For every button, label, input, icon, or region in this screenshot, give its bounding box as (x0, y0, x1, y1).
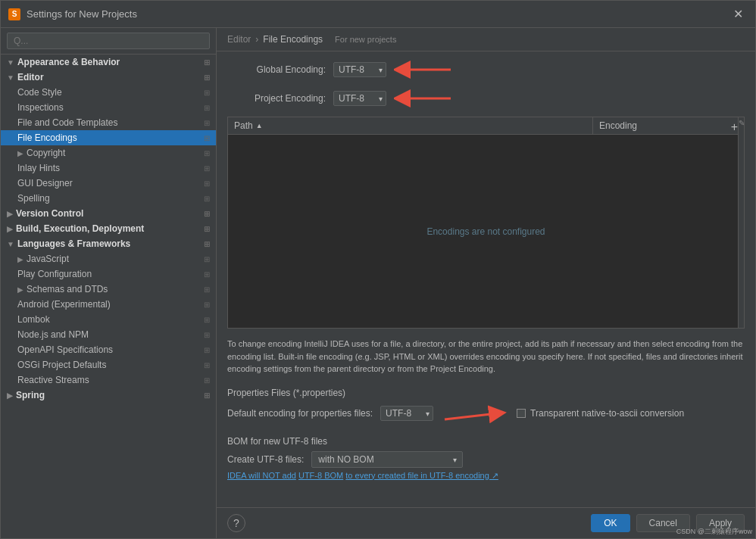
sidebar-item-label: Inspections (17, 102, 64, 113)
sync-icon: ⊞ (204, 210, 210, 218)
sidebar-item-inlay-hints[interactable]: Inlay Hints ⊞ (1, 160, 216, 176)
sidebar-item-label: GUI Designer (17, 178, 73, 188)
sync-icon: ⊞ (204, 149, 210, 157)
ok-button[interactable]: OK (591, 514, 629, 532)
sort-icon: ▲ (256, 122, 263, 129)
sidebar-item-label: Spelling (17, 193, 50, 204)
transparent-checkbox[interactable] (517, 409, 526, 418)
info-text: To change encoding IntelliJ IDEA uses fo… (227, 335, 745, 379)
sidebar-item-javascript[interactable]: ▶ JavaScript ⊞ (1, 251, 216, 266)
sidebar-item-gui-designer[interactable]: GUI Designer ⊞ (1, 176, 216, 191)
sync-icon: ⊞ (204, 361, 210, 369)
sync-icon: ⊞ (204, 164, 210, 173)
sync-icon: ⊞ (204, 89, 210, 97)
sidebar-item-reactive-streams[interactable]: Reactive Streams ⊞ (1, 372, 216, 388)
default-encoding-row: Default encoding for properties files: U… (227, 403, 745, 424)
default-encoding-label: Default encoding for properties files: (227, 408, 373, 419)
sync-icon: ⊞ (204, 179, 210, 188)
encodings-table: Path ▲ Encoding + Encodings are not conf… (227, 117, 745, 329)
main-content: ▼ Appearance & Behavior ⊞ ▼ Editor ⊞ Cod… (1, 28, 755, 538)
properties-section-title: Properties Files (*.properties) (227, 388, 745, 398)
global-encoding-select[interactable]: UTF-8 (333, 62, 386, 77)
sidebar-item-schemas-dtds[interactable]: ▶ Schemas and DTDs ⊞ (1, 282, 216, 297)
sidebar-item-label: Editor (17, 72, 44, 83)
help-button[interactable]: ? (227, 514, 245, 532)
sidebar-item-version-control[interactable]: ▶ Version Control ⊞ (1, 206, 216, 221)
chevron-icon: ▼ (7, 73, 14, 82)
sync-icon: ⊞ (204, 301, 210, 309)
default-encoding-select[interactable]: UTF-8 (380, 406, 433, 421)
sidebar-item-label: File Encodings (17, 132, 77, 143)
sidebar-item-appearance[interactable]: ▼ Appearance & Behavior ⊞ (1, 55, 216, 70)
sidebar-item-file-encodings[interactable]: File Encodings ⊞ (1, 130, 216, 145)
bom-create-row: Create UTF-8 files: with NO BOM with BOM (227, 451, 745, 468)
title-bar: S Settings for New Projects ✕ (1, 1, 755, 28)
sidebar-item-inspections[interactable]: Inspections ⊞ (1, 100, 216, 115)
sidebar-item-label: File and Code Templates (17, 117, 118, 128)
sidebar-item-copyright[interactable]: ▶ Copyright ⊞ (1, 145, 216, 160)
table-body: Encodings are not configured (228, 135, 744, 328)
sync-icon: ⊞ (204, 240, 210, 248)
sidebar-item-spelling[interactable]: Spelling ⊞ (1, 191, 216, 206)
sidebar-item-languages[interactable]: ▼ Languages & Frameworks ⊞ (1, 236, 216, 251)
sidebar-item-label: Copyright (27, 148, 65, 158)
watermark: CSDN @二刺猿程序wow (673, 525, 755, 538)
sync-icon: ⊞ (204, 73, 210, 82)
project-encoding-row: Project Encoding: UTF-8 (227, 88, 745, 109)
chevron-icon: ▶ (7, 391, 13, 400)
sidebar-item-build[interactable]: ▶ Build, Execution, Deployment ⊞ (1, 221, 216, 236)
sidebar-item-label: Build, Execution, Deployment (16, 223, 144, 234)
sidebar-item-openapi[interactable]: OpenAPI Specifications ⊞ (1, 342, 216, 357)
sidebar-item-label: Version Control (16, 208, 83, 219)
app-icon: S (8, 8, 20, 20)
red-arrow-2 (394, 88, 455, 109)
sync-icon: ⊞ (204, 119, 210, 127)
bom-select[interactable]: with NO BOM with BOM (311, 451, 463, 468)
edit-icon[interactable]: ✎ (739, 119, 745, 127)
bom-select-wrapper: with NO BOM with BOM (311, 451, 463, 468)
sidebar-item-label: Android (Experimental) (17, 299, 111, 310)
global-encoding-wrapper: UTF-8 (333, 62, 386, 77)
sync-icon: ⊞ (204, 391, 210, 400)
sidebar-item-editor[interactable]: ▼ Editor ⊞ (1, 70, 216, 85)
close-button[interactable]: ✕ (729, 5, 748, 23)
sidebar-item-code-style[interactable]: Code Style ⊞ (1, 85, 216, 100)
sidebar-item-label: Play Configuration (17, 269, 92, 279)
sidebar-item-lombok[interactable]: Lombok ⊞ (1, 312, 216, 327)
sync-icon: ⊞ (204, 376, 210, 385)
breadcrumb-separator: › (255, 34, 258, 45)
search-input[interactable] (7, 33, 210, 49)
sidebar-item-spring[interactable]: ▶ Spring ⊞ (1, 388, 216, 403)
sidebar-item-file-code-templates[interactable]: File and Code Templates ⊞ (1, 115, 216, 130)
chevron-icon: ▶ (17, 255, 23, 263)
sync-icon: ⊞ (204, 255, 210, 263)
sidebar-item-android[interactable]: Android (Experimental) ⊞ (1, 297, 216, 312)
encoding-header: Encoding (592, 117, 744, 134)
search-box (1, 28, 216, 55)
sidebar-item-label: Appearance & Behavior (17, 57, 120, 67)
sync-icon: ⊞ (204, 331, 210, 339)
sidebar-item-osgi[interactable]: OSGi Project Defaults ⊞ (1, 357, 216, 372)
sidebar-item-label: JavaScript (27, 254, 69, 264)
sidebar-item-label: Schemas and DTDs (27, 284, 108, 294)
table-empty-message: Encodings are not configured (426, 226, 545, 237)
project-encoding-select[interactable]: UTF-8 (333, 91, 386, 106)
transparent-label: Transparent native-to-ascii conversion (530, 408, 684, 419)
red-arrow-1 (394, 59, 455, 80)
bom-note-suffix: to every created file in UTF-8 encoding … (345, 471, 498, 480)
global-encoding-row: Global Encoding: UTF-8 (227, 59, 745, 80)
table-scrollbar: ✎ (738, 117, 744, 328)
red-arrow-3 (441, 403, 509, 424)
project-encoding-wrapper: UTF-8 (333, 91, 386, 106)
sync-icon: ⊞ (204, 134, 210, 142)
bom-note-text: IDEA will NOT add (227, 471, 296, 480)
sidebar-item-label: Reactive Streams (17, 375, 89, 385)
bom-note-link[interactable]: UTF-8 BOM (298, 471, 343, 480)
sidebar-item-nodejs[interactable]: Node.js and NPM ⊞ (1, 327, 216, 342)
sync-icon: ⊞ (204, 346, 210, 354)
sidebar-item-play-configuration[interactable]: Play Configuration ⊞ (1, 266, 216, 282)
sync-icon: ⊞ (204, 316, 210, 324)
sidebar-item-label: Lombok (17, 314, 50, 325)
sync-icon: ⊞ (204, 104, 210, 112)
sidebar-item-label: Code Style (17, 87, 62, 98)
